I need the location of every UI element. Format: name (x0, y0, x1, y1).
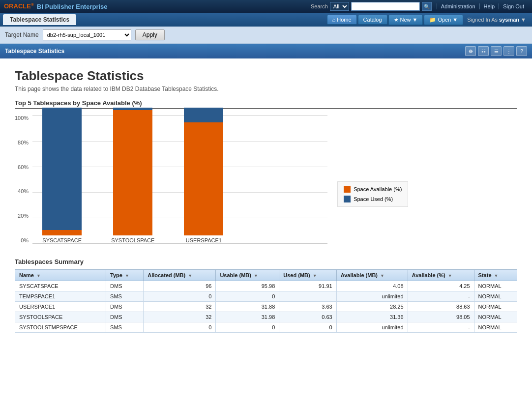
help-link[interactable]: Help (479, 3, 499, 9)
report-header-icons: ☸ ☷ ☰ ⋮ ? (465, 46, 527, 56)
bar-syscatspace: SYSCATSPACE (42, 108, 82, 243)
th-used[interactable]: Used (MB) ▼ (279, 270, 336, 281)
search-type-select[interactable]: All (330, 2, 349, 11)
bar-orange-syscatspace (42, 230, 82, 235)
second-nav-right: ⌂ Home Catalog ★ New ▼ 📁 Open ▼ Signed I… (327, 15, 529, 25)
user-dropdown-icon: ▼ (521, 17, 526, 23)
top-nav-bar: ORACLE® BI Publisher Enterprise Search A… (0, 0, 532, 13)
page-subtitle: This page shows the data related to IBM … (15, 86, 517, 92)
td-name-syscatspace: SYSCATSPACE (15, 281, 106, 291)
new-button[interactable]: ★ New ▼ (388, 15, 423, 25)
td-name-tempspace1: TEMPSPACE1 (15, 291, 106, 302)
bar-orange-userspace1 (184, 122, 223, 235)
td-avail-mb: 4.08 (336, 281, 408, 291)
td-state: NORMAL (474, 322, 517, 333)
oracle-logo: ORACLE® (4, 2, 34, 10)
search-area: Search All 🔍 (311, 2, 432, 11)
chart-section-title: Top 5 Tablespaces by Space Available (%) (15, 99, 517, 109)
th-available-mb[interactable]: Available (MB) ▼ (336, 270, 408, 281)
th-allocated[interactable]: Allocated (MB) ▼ (144, 270, 216, 281)
search-input[interactable] (351, 2, 420, 11)
td-avail-mb: 28.25 (336, 302, 408, 312)
td-avail-pct: - (408, 322, 474, 333)
table-row: SYSCATSPACE DMS 96 95.98 91.91 4.08 4.25… (15, 281, 517, 291)
td-used: 0.63 (279, 312, 336, 322)
y-label-60: 60% (15, 165, 29, 170)
columns-btn[interactable]: ⋮ (503, 46, 514, 56)
td-avail-mb: unlimited (336, 291, 408, 302)
bar-blue-syscatspace (42, 108, 82, 230)
y-label-100: 100% (15, 115, 29, 121)
td-type: DMS (106, 302, 144, 312)
home-icon: ⌂ (332, 17, 336, 23)
chart-wrapper: 0% 20% 40% 60% 80% 100% (15, 115, 517, 243)
th-type[interactable]: Type ▼ (106, 270, 144, 281)
table-row: SYSTOOLSTMPSPACE SMS 0 0 0 unlimited - N… (15, 322, 517, 333)
target-name-label: Target Name (5, 31, 39, 38)
td-name-systoolstmpspace: SYSTOOLSTMPSPACE (15, 322, 106, 333)
administration-link[interactable]: Administration (437, 3, 479, 9)
bars-row: SYSCATSPACE SYSTOOLSPACE USERS (32, 115, 327, 243)
app-title: BI Publisher Enterprise (37, 3, 311, 10)
td-state: NORMAL (474, 281, 517, 291)
td-state: NORMAL (474, 312, 517, 322)
td-allocated: 32 (144, 302, 216, 312)
table-row: TEMPSPACE1 SMS 0 0 unlimited - NORMAL (15, 291, 517, 302)
td-avail-pct: 98.05 (408, 312, 474, 322)
sign-out-link[interactable]: Sign Out (499, 3, 528, 9)
active-tab[interactable]: Tablespace Statistics (3, 14, 76, 25)
second-nav-bar: Tablespace Statistics ⌂ Home Catalog ★ N… (0, 13, 532, 27)
td-usable: 0 (216, 322, 279, 333)
td-avail-pct: 4.25 (408, 281, 474, 291)
signed-in-label: Signed In As sysman ▼ (464, 17, 529, 23)
page-title: Tablespace Statistics (15, 68, 517, 84)
td-type: SMS (106, 322, 144, 333)
table-body: SYSCATSPACE DMS 96 95.98 91.91 4.08 4.25… (15, 281, 517, 333)
td-usable: 0 (216, 291, 279, 302)
bar-label-systoolspace: SYSTOOLSPACE (111, 237, 154, 243)
table-icon-btn[interactable]: ☷ (478, 46, 489, 56)
top-nav-links: Administration Help Sign Out (437, 3, 528, 9)
y-label-20: 20% (15, 213, 29, 219)
th-name[interactable]: Name ▼ (15, 270, 106, 281)
new-icon: ★ (394, 17, 399, 23)
th-usable[interactable]: Usable (MB) ▼ (216, 270, 279, 281)
y-label-0: 0% (15, 238, 29, 243)
th-available-pct[interactable]: Available (%) ▼ (408, 270, 474, 281)
th-state[interactable]: State ▼ (474, 270, 517, 281)
accessibility-icon-btn[interactable]: ☸ (465, 46, 476, 56)
td-type: SMS (106, 291, 144, 302)
legend-item-used: Space Used (%) (344, 196, 402, 202)
td-usable: 95.98 (216, 281, 279, 291)
td-name-userspace1: USERSPACE1 (15, 302, 106, 312)
apply-button[interactable]: Apply (135, 29, 165, 40)
grid-line-0 (32, 243, 327, 244)
main-content: Tablespace Statistics This page shows th… (0, 58, 532, 343)
bar-stack-userspace1 (184, 108, 223, 235)
home-button[interactable]: ⌂ Home (327, 15, 357, 25)
help-icon-btn[interactable]: ? (516, 46, 527, 56)
report-header-bar: Tablespace Statistics ☸ ☷ ☰ ⋮ ? (0, 44, 532, 58)
chart-plot: SYSCATSPACE SYSTOOLSPACE USERS (32, 115, 327, 243)
td-allocated: 0 (144, 322, 216, 333)
legend-color-available (344, 186, 351, 193)
y-axis: 0% 20% 40% 60% 80% 100% (15, 115, 29, 243)
open-button[interactable]: 📁 Open ▼ (424, 15, 463, 25)
bar-userspace1: USERSPACE1 (184, 108, 223, 243)
td-name-systoolspace: SYSTOOLSPACE (15, 312, 106, 322)
tablespaces-table: Name ▼ Type ▼ Allocated (MB) ▼ Usable (M… (15, 269, 517, 333)
td-state: NORMAL (474, 302, 517, 312)
td-allocated: 0 (144, 291, 216, 302)
view-options-btn[interactable]: ☰ (491, 46, 502, 56)
target-select[interactable]: db2-rh5-sup_local_1001 (43, 29, 131, 40)
table-row: SYSTOOLSPACE DMS 32 31.98 0.63 31.36 98.… (15, 312, 517, 322)
target-bar: Target Name db2-rh5-sup_local_1001 Apply (0, 27, 532, 44)
td-used: 0 (279, 322, 336, 333)
search-button[interactable]: 🔍 (422, 2, 432, 11)
td-avail-mb: 31.36 (336, 312, 408, 322)
catalog-button[interactable]: Catalog (358, 15, 387, 25)
bar-stack-systoolspace (113, 108, 152, 235)
td-type: DMS (106, 312, 144, 322)
folder-icon: 📁 (429, 17, 436, 23)
td-used: 3.63 (279, 302, 336, 312)
